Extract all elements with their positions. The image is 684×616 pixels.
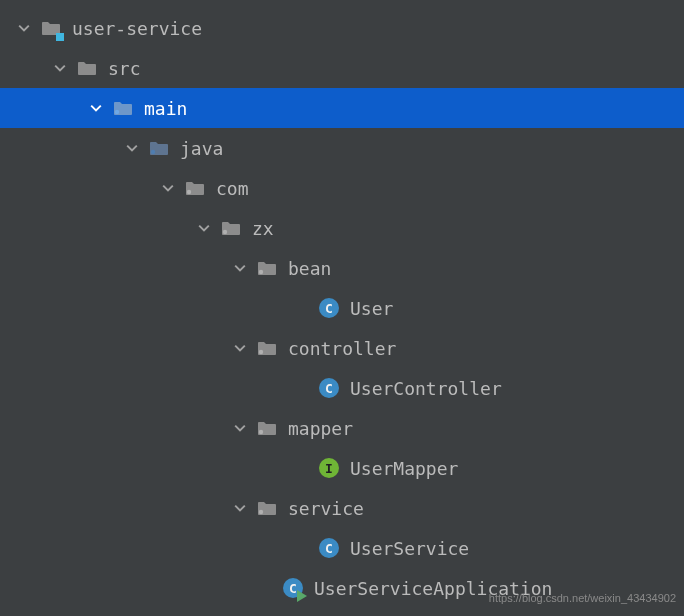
folder-main[interactable]: main (0, 88, 684, 128)
folder-src[interactable]: src (0, 48, 684, 88)
tree-item-label: UserService (350, 538, 469, 559)
class-icon: C (318, 377, 340, 399)
svg-point-2 (187, 190, 191, 194)
tree-item-label: user-service (72, 18, 202, 39)
package-icon (256, 417, 278, 439)
class-icon: C (318, 297, 340, 319)
class-usercontroller[interactable]: CUserController (0, 368, 684, 408)
package-icon (220, 217, 242, 239)
watermark-text: https://blog.csdn.net/weixin_43434902 (489, 592, 676, 604)
expand-chevron-icon[interactable] (158, 178, 178, 198)
expand-chevron-icon[interactable] (230, 338, 250, 358)
svg-point-5 (259, 350, 263, 354)
package-controller[interactable]: controller (0, 328, 684, 368)
svg-point-6 (259, 430, 263, 434)
svg-point-3 (223, 230, 227, 234)
project-tree: user-servicesrcmainjavacomzxbeanCUsercon… (0, 8, 684, 608)
package-zx[interactable]: zx (0, 208, 684, 248)
expand-chevron-icon[interactable] (86, 98, 106, 118)
tree-item-label: mapper (288, 418, 353, 439)
expand-chevron-icon[interactable] (230, 498, 250, 518)
expand-chevron-icon[interactable] (230, 418, 250, 438)
package-icon (256, 497, 278, 519)
svg-point-1 (151, 150, 155, 154)
tree-item-label: controller (288, 338, 396, 359)
tree-item-label: com (216, 178, 249, 199)
package-icon (256, 337, 278, 359)
package-bean[interactable]: bean (0, 248, 684, 288)
tree-item-label: bean (288, 258, 331, 279)
source-folder-icon (148, 137, 170, 159)
class-icon: C (318, 537, 340, 559)
tree-item-label: service (288, 498, 364, 519)
class-user[interactable]: CUser (0, 288, 684, 328)
expand-chevron-icon[interactable] (230, 258, 250, 278)
class-userservice[interactable]: CUserService (0, 528, 684, 568)
package-service[interactable]: service (0, 488, 684, 528)
svg-point-4 (259, 270, 263, 274)
tree-item-label: User (350, 298, 393, 319)
tree-item-label: src (108, 58, 141, 79)
tree-item-label: java (180, 138, 223, 159)
interface-icon: I (318, 457, 340, 479)
expand-chevron-icon[interactable] (14, 18, 34, 38)
module-user-service[interactable]: user-service (0, 8, 684, 48)
package-icon (184, 177, 206, 199)
tree-item-label: zx (252, 218, 274, 239)
folder-java[interactable]: java (0, 128, 684, 168)
tree-item-label: UserMapper (350, 458, 458, 479)
source-folder-icon (112, 97, 134, 119)
expand-chevron-icon[interactable] (122, 138, 142, 158)
svg-point-7 (259, 510, 263, 514)
tree-item-label: main (144, 98, 187, 119)
package-icon (256, 257, 278, 279)
tree-item-label: UserController (350, 378, 502, 399)
folder-icon (76, 57, 98, 79)
package-com[interactable]: com (0, 168, 684, 208)
runnable-class-icon: C (282, 577, 304, 599)
expand-chevron-icon[interactable] (50, 58, 70, 78)
module-folder-icon (40, 17, 62, 39)
interface-usermapper[interactable]: IUserMapper (0, 448, 684, 488)
expand-chevron-icon[interactable] (194, 218, 214, 238)
package-mapper[interactable]: mapper (0, 408, 684, 448)
svg-point-0 (115, 110, 119, 114)
